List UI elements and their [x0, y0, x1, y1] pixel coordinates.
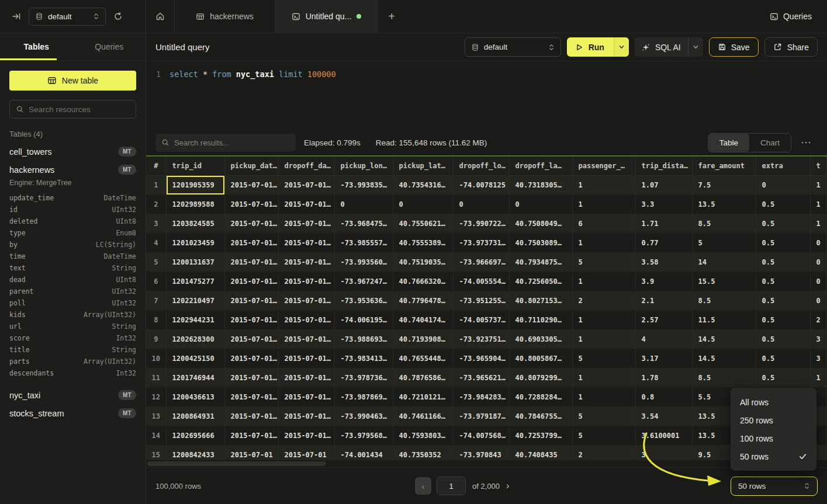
cell[interactable]: 14.5 — [692, 349, 756, 368]
cell[interactable]: 2015-07-01… — [224, 406, 278, 426]
row-number[interactable]: 4 — [146, 233, 166, 252]
cell[interactable]: 40.7550621… — [393, 214, 453, 233]
cell[interactable]: 5 — [572, 349, 635, 368]
collapse-sidebar-icon[interactable] — [9, 9, 23, 23]
cell[interactable]: 40.7503089… — [509, 233, 572, 252]
cell[interactable]: 2015-07-01… — [278, 329, 334, 349]
rows-option-100-rows[interactable]: 100 rows — [731, 429, 816, 447]
row-number[interactable]: 13 — [146, 406, 166, 426]
cell[interactable]: 2015-07-01… — [224, 329, 278, 349]
cell[interactable]: 1 — [572, 387, 635, 406]
cell[interactable]: -73.978736… — [334, 368, 393, 387]
cell[interactable]: -73.973731… — [453, 233, 509, 252]
cell[interactable]: 14 — [692, 252, 756, 272]
cell[interactable]: -73.979187… — [453, 406, 509, 426]
run-button-main[interactable]: Run — [567, 37, 614, 57]
cell[interactable]: 3.3 — [635, 194, 692, 214]
cell[interactable]: 2 — [572, 445, 635, 460]
sidebar-tab-queries[interactable]: Queries — [73, 33, 146, 60]
cell[interactable]: 2.57 — [635, 310, 692, 329]
column-header-pickup_dat[interactable]: pickup_dat… — [224, 157, 278, 175]
cell[interactable]: 1202628300 — [166, 329, 224, 349]
cell[interactable]: 8.5 — [692, 368, 756, 387]
cell[interactable]: 1202944231 — [166, 310, 224, 329]
cell[interactable]: 0.5 — [756, 329, 810, 349]
queries-button[interactable]: Queries — [770, 0, 827, 33]
cell[interactable]: 1202989588 — [166, 194, 224, 214]
cell[interactable]: -73.965904… — [453, 349, 509, 368]
cell[interactable]: 0 — [810, 233, 827, 252]
cell[interactable]: 1 — [810, 194, 827, 214]
cell[interactable]: 2015-07-01… — [224, 252, 278, 272]
cell[interactable]: 2015-07-01… — [278, 406, 334, 426]
tab-home[interactable] — [146, 0, 175, 33]
cell[interactable]: 2015-07-01… — [224, 272, 278, 291]
cell[interactable]: 2015-07-01… — [224, 194, 278, 214]
column-header-t[interactable]: t — [810, 157, 827, 175]
sql-ai-options-button[interactable] — [688, 37, 703, 57]
cell[interactable]: 0.5 — [756, 272, 810, 291]
query-database-selector[interactable]: default — [465, 37, 561, 57]
cell[interactable]: 2 — [572, 291, 635, 310]
next-page-button[interactable]: › — [506, 481, 509, 491]
cell[interactable]: 0.5 — [756, 368, 810, 387]
cell[interactable]: 0 — [509, 194, 572, 214]
cell[interactable]: 0 — [810, 272, 827, 291]
cell[interactable]: 0 — [334, 194, 393, 214]
column-header-passenger_[interactable]: passenger_… — [572, 157, 635, 175]
row-number[interactable]: 5 — [146, 252, 166, 272]
cell[interactable]: 1 — [572, 175, 635, 194]
cell[interactable]: 40.7593803… — [393, 426, 453, 445]
cell[interactable]: 2015-07-01… — [278, 310, 334, 329]
cell[interactable]: 1200864931 — [166, 406, 224, 426]
cell[interactable]: 40.7666320… — [393, 272, 453, 291]
cell[interactable]: 2015-07-01… — [224, 387, 278, 406]
cell[interactable]: -73.923751… — [453, 329, 509, 349]
cell[interactable]: -74.007568… — [453, 426, 509, 445]
row-number[interactable]: 2 — [146, 194, 166, 214]
cell[interactable]: -74.0078125 — [453, 175, 509, 194]
row-number[interactable]: 14 — [146, 426, 166, 445]
cell[interactable]: 40.7934875… — [509, 252, 572, 272]
cell[interactable]: 1201475277 — [166, 272, 224, 291]
cell[interactable]: 2015-07-01 — [224, 445, 278, 460]
cell[interactable]: -73.966697… — [453, 252, 509, 272]
rows-option-all-rows[interactable]: All rows — [731, 393, 816, 411]
sidebar-table-stocks_stream[interactable]: stocks_streamMT — [0, 404, 146, 422]
cell[interactable]: 5 — [692, 233, 756, 252]
cell[interactable]: 40.7796478… — [393, 291, 453, 310]
column-header-dropoff_la[interactable]: dropoff_la… — [509, 157, 572, 175]
cell[interactable]: 40.7404174… — [393, 310, 453, 329]
cell[interactable]: 0.5 — [756, 349, 810, 368]
cell[interactable]: 2015-07-01… — [278, 272, 334, 291]
cell[interactable]: -73.993835… — [334, 175, 393, 194]
row-number[interactable]: 9 — [146, 329, 166, 349]
cell[interactable]: 40.8079299… — [509, 368, 572, 387]
sidebar-table-nyc_taxi[interactable]: nyc_taxiMT — [0, 386, 146, 404]
cell[interactable]: 0.77 — [635, 233, 692, 252]
cell[interactable]: 1201746944 — [166, 368, 224, 387]
prev-page-button[interactable]: ‹ — [415, 477, 431, 495]
rows-option-50-rows[interactable]: 50 rows — [731, 447, 816, 465]
cell[interactable]: 40.7210121… — [393, 387, 453, 406]
cell[interactable]: 40.7876586… — [393, 368, 453, 387]
cell[interactable]: 7.5 — [692, 175, 756, 194]
column-header-extra[interactable]: extra — [756, 157, 810, 175]
search-resources-input[interactable]: Search resources — [9, 100, 136, 119]
database-selector[interactable]: default — [29, 8, 106, 26]
sidebar-tab-tables[interactable]: Tables — [0, 33, 73, 60]
cell[interactable]: 0.8 — [635, 387, 692, 406]
cell[interactable]: 5 — [572, 426, 635, 445]
cell[interactable]: 1 — [810, 368, 827, 387]
cell[interactable]: 40.7350352 — [393, 445, 453, 460]
cell[interactable]: 2015-07-01… — [278, 291, 334, 310]
row-number[interactable]: 8 — [146, 310, 166, 329]
cell[interactable]: 40.7256050… — [509, 272, 572, 291]
cell[interactable]: 14.5 — [692, 329, 756, 349]
column-header-dropoff_da[interactable]: dropoff_da… — [278, 157, 334, 175]
cell[interactable]: 1 — [572, 233, 635, 252]
cell[interactable]: 2 — [810, 310, 827, 329]
refresh-icon[interactable] — [111, 9, 125, 23]
column-header-trip_id[interactable]: trip_id — [166, 157, 224, 175]
horizontal-scrollbar[interactable] — [147, 461, 326, 466]
